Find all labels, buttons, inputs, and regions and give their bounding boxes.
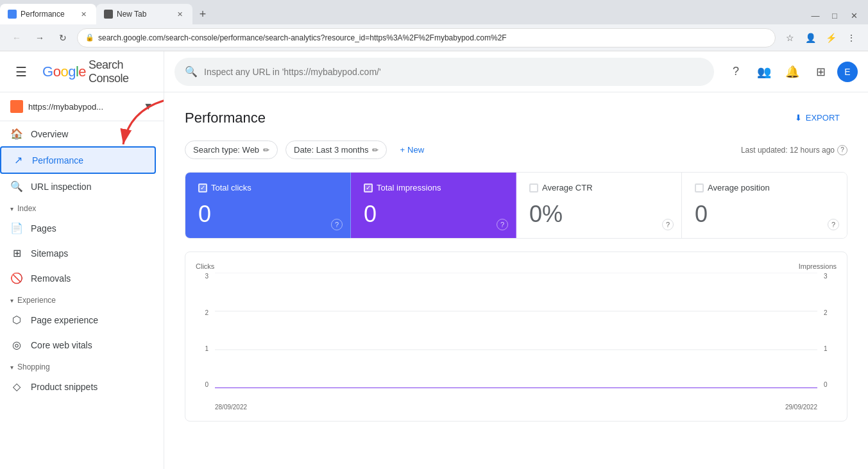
metric-card-total-clicks[interactable]: Total clicks 0 ? — [185, 173, 351, 238]
last-updated: Last updated: 12 hours ago ? — [741, 145, 847, 155]
export-icon: ⬇ — [795, 113, 802, 123]
hamburger-menu[interactable]: ☰ — [10, 59, 32, 85]
average-position-value: 0 — [695, 200, 834, 228]
average-position-help[interactable]: ? — [828, 219, 839, 230]
sidebar-item-product-snippets[interactable]: ◇ Product snippets — [0, 374, 156, 399]
core-web-vitals-icon: ◎ — [10, 339, 23, 351]
shopping-arrow: ▾ — [10, 364, 13, 371]
total-impressions-label: Total impressions — [377, 183, 441, 192]
removals-icon: 🚫 — [10, 272, 23, 284]
url-search-input[interactable] — [204, 67, 704, 77]
page-experience-icon: ⬡ — [10, 314, 23, 326]
sidebar-item-core-web-vitals[interactable]: ◎ Core web vitals — [0, 332, 156, 357]
main-top-bar: 🔍 ? 👥 🔔 ⊞ E — [164, 51, 868, 92]
apps-button[interactable]: ⊞ — [809, 60, 832, 83]
google-logo: G o o g l e Search Console — [42, 58, 153, 85]
y-label-right-3: 3 — [824, 273, 828, 280]
average-position-checkbox[interactable] — [695, 183, 704, 192]
experience-arrow: ▾ — [10, 297, 13, 304]
property-selector[interactable]: https://mybabypod... ▼ — [0, 92, 164, 121]
forward-button[interactable]: → — [31, 29, 49, 47]
x-label-start: 28/09/2022 — [215, 404, 247, 411]
notifications-button[interactable]: 🔔 — [781, 60, 804, 83]
total-clicks-value: 0 — [198, 200, 337, 228]
minimize-button[interactable]: — — [806, 6, 824, 24]
sidebar-item-label-pages: Pages — [31, 223, 56, 234]
total-clicks-checkbox[interactable] — [198, 183, 207, 192]
chart-right-axis-label: Impressions — [799, 262, 837, 270]
search-type-filter[interactable]: Search type: Web ✏ — [185, 141, 278, 159]
sidebar-item-removals[interactable]: 🚫 Removals — [0, 266, 156, 291]
sidebar-item-label-overview: Overview — [31, 129, 68, 139]
sidebar-item-sitemaps[interactable]: ⊞ Sitemaps — [0, 241, 156, 266]
search-tools-button[interactable]: 👥 — [753, 60, 776, 83]
page-header: Performance ⬇ EXPORT — [185, 108, 847, 128]
sidebar-item-url-inspection[interactable]: 🔍 URL inspection — [0, 174, 156, 199]
chart-container: 3 2 1 0 — [196, 273, 837, 401]
bookmark-button[interactable]: ☆ — [781, 29, 799, 47]
sidebar-item-label-removals: Removals — [31, 273, 71, 284]
average-ctr-checkbox[interactable] — [529, 183, 538, 192]
profile-button[interactable]: 👤 — [801, 29, 819, 47]
chart-y-labels-left: 3 2 1 0 — [196, 273, 208, 388]
total-impressions-help[interactable]: ? — [497, 219, 508, 230]
y-label-right-2: 2 — [824, 309, 828, 316]
logo-g: G — [42, 64, 53, 80]
export-button[interactable]: ⬇ EXPORT — [787, 108, 847, 128]
sidebar-item-performance[interactable]: ↗ Performance — [0, 146, 156, 174]
total-clicks-help[interactable]: ? — [331, 219, 343, 230]
index-arrow: ▾ — [10, 205, 13, 212]
browser-controls: ← → ↻ 🔒 search.google.com/search-console… — [0, 24, 868, 51]
tab-title-newtab: New Tab — [117, 10, 171, 19]
sidebar-item-label-performance: Performance — [32, 155, 83, 166]
new-filter-button[interactable]: + New — [395, 141, 429, 158]
tab-new-tab[interactable]: New Tab ✕ — [96, 4, 192, 24]
tab-favicon-newtab — [104, 10, 113, 19]
sidebar-item-overview[interactable]: 🏠 Overview — [0, 121, 156, 146]
extensions-button[interactable]: ⚡ — [822, 29, 840, 47]
tab-close-performance[interactable]: ✕ — [78, 9, 89, 19]
sidebar-item-pages[interactable]: 📄 Pages — [0, 216, 156, 241]
total-impressions-value: 0 — [364, 200, 503, 228]
average-ctr-help[interactable]: ? — [662, 219, 674, 230]
sidebar-item-page-experience[interactable]: ⬡ Page experience — [0, 307, 156, 332]
date-label: Date: Last 3 months — [294, 145, 368, 155]
property-url: https://mybabypod... — [28, 102, 138, 112]
metric-card-total-impressions[interactable]: Total impressions 0 ? — [351, 173, 516, 238]
reload-button[interactable]: ↻ — [54, 29, 72, 47]
sidebar-item-label-url-inspection: URL inspection — [31, 182, 91, 192]
sidebar-section-shopping[interactable]: ▾ Shopping — [0, 357, 164, 374]
close-button[interactable]: ✕ — [845, 6, 863, 24]
chart-left-axis-label: Clicks — [196, 262, 214, 270]
metric-card-average-ctr[interactable]: Average CTR 0% ? — [516, 173, 682, 238]
new-tab-button[interactable]: + — [192, 4, 213, 24]
tab-close-newtab[interactable]: ✕ — [174, 9, 185, 19]
x-label-end: 29/09/2022 — [785, 404, 817, 411]
back-button[interactable]: ← — [8, 29, 26, 47]
total-impressions-checkbox[interactable] — [364, 183, 373, 192]
date-filter[interactable]: Date: Last 3 months ✏ — [285, 141, 387, 159]
tab-performance[interactable]: Performance ✕ — [0, 4, 96, 24]
url-search-bar[interactable]: 🔍 — [174, 58, 714, 86]
y-label-left-1: 1 — [205, 345, 208, 352]
tab-bar: Performance ✕ New Tab ✕ + — □ ✕ — [0, 0, 868, 24]
help-button[interactable]: ? — [724, 60, 747, 83]
sidebar-section-experience[interactable]: ▾ Experience — [0, 291, 164, 307]
maximize-button[interactable]: □ — [826, 6, 844, 24]
sidebar-section-index[interactable]: ▾ Index — [0, 199, 164, 216]
y-label-right-1: 1 — [824, 345, 828, 352]
more-button[interactable]: ⋮ — [842, 29, 860, 47]
metric-card-average-position[interactable]: Average position 0 ? — [682, 173, 847, 238]
date-edit-icon: ✏ — [372, 146, 379, 155]
dropdown-icon: ▼ — [143, 101, 153, 112]
last-updated-text: Last updated: 12 hours ago — [741, 146, 835, 155]
logo-e: e — [78, 64, 86, 80]
sidebar-item-label-product-snippets: Product snippets — [31, 382, 98, 392]
user-avatar[interactable]: E — [837, 62, 858, 82]
page-title: Performance — [185, 110, 266, 126]
lock-icon: 🔒 — [85, 33, 94, 42]
address-bar[interactable]: 🔒 search.google.com/search-console/perfo… — [77, 28, 776, 47]
property-favicon — [10, 100, 23, 113]
chart-y-labels-right: 3 2 1 0 — [824, 273, 837, 388]
chart-axis-labels: Clicks Impressions — [196, 262, 837, 270]
